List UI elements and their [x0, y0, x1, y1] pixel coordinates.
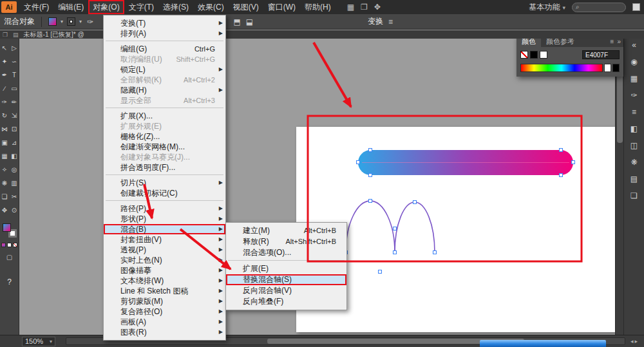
- menubar-item[interactable]: 帮助(H): [300, 0, 336, 14]
- column-graph-tool[interactable]: ▥: [10, 176, 19, 190]
- none-swatch[interactable]: [520, 51, 528, 59]
- direct-selection-tool[interactable]: ▷: [10, 41, 19, 55]
- menu-item[interactable]: 画板(A) ▶: [104, 317, 225, 327]
- menu-item[interactable]: 扩展外观(E) ▶: [104, 121, 225, 131]
- zoom-level-select[interactable]: 150% ▾: [22, 337, 55, 346]
- menu-item[interactable]: 剪切蒙版(M) ▶: [104, 296, 225, 306]
- fill-chevron-icon[interactable]: ▾: [61, 19, 63, 24]
- submenu-item[interactable]: 混合选项(O)... ▶: [226, 247, 346, 258]
- fill-swatch[interactable]: [3, 223, 11, 232]
- magic-wand-tool[interactable]: ✦: [0, 55, 10, 68]
- hex-value-input[interactable]: [582, 50, 620, 59]
- panel-menu-icon[interactable]: ≡: [611, 38, 614, 45]
- symbol-sprayer-tool[interactable]: ❋: [0, 176, 10, 190]
- brushes-panel-icon[interactable]: ✑: [626, 88, 643, 102]
- lasso-tool[interactable]: ∽: [10, 55, 19, 68]
- workspace-switcher[interactable]: 基本功能▾: [529, 2, 565, 13]
- eyedropper-tool[interactable]: ✧: [0, 163, 10, 176]
- white-end-swatch[interactable]: [604, 64, 611, 72]
- selection-tool[interactable]: ↖: [0, 41, 10, 55]
- rotate-tool[interactable]: ↻: [0, 109, 10, 122]
- blend-tool[interactable]: ◎: [10, 163, 19, 176]
- menu-item[interactable]: 路径(P) ▶: [104, 203, 225, 214]
- fill-color-swatch[interactable]: [48, 17, 57, 26]
- stroke-chevron-icon[interactable]: ▾: [79, 19, 82, 24]
- menubar-item[interactable]: 效果(C): [193, 0, 229, 14]
- menu-item[interactable]: Line 和 Sketch 图稿 ▶: [104, 286, 225, 296]
- gradient-panel-icon[interactable]: ◧: [626, 122, 643, 136]
- artboards-panel-icon[interactable]: ❏: [626, 189, 643, 203]
- symbols-panel-icon[interactable]: ❋: [626, 155, 643, 169]
- menu-item[interactable]: 形状(P) ▶: [104, 214, 225, 224]
- menu-item[interactable]: 取消编组(U) Shift+Ctrl+G ▶: [104, 54, 225, 64]
- menu-item[interactable]: 全部解锁(K) Alt+Ctrl+2 ▶: [104, 75, 225, 85]
- search-box[interactable]: ⌕: [572, 3, 626, 12]
- menubar-item[interactable]: 文件(F): [19, 0, 53, 14]
- document-title[interactable]: 未标题-1 [已恢复]* @: [24, 30, 84, 39]
- menu-item[interactable]: 透视(P) ▶: [104, 245, 225, 255]
- menubar-item[interactable]: 文字(T): [124, 0, 158, 14]
- menu-item[interactable]: 编组(G) Ctrl+G ▶: [104, 44, 225, 54]
- stroke-panel-icon[interactable]: ≡: [626, 105, 643, 119]
- gradient-button[interactable]: [7, 243, 12, 247]
- pen-tool[interactable]: ✒: [0, 68, 10, 82]
- stroke-color-swatch[interactable]: [67, 17, 75, 26]
- tab-list-icon[interactable]: ▤: [13, 32, 19, 38]
- menubar-item[interactable]: 视图(V): [229, 0, 263, 14]
- layout-grid-icon[interactable]: ▦: [347, 0, 354, 14]
- gradient-tool[interactable]: ◧: [10, 149, 19, 163]
- layers-panel-icon[interactable]: ▤: [626, 172, 643, 186]
- scale-tool[interactable]: ⇲: [10, 109, 19, 122]
- menu-item[interactable]: 混合(B) ▶: [104, 224, 225, 234]
- menu-item[interactable]: 创建渐变网格(M)... ▶: [104, 142, 225, 152]
- screen-mode-icon[interactable]: ✥: [374, 0, 381, 14]
- menubar-item[interactable]: 选择(S): [158, 0, 193, 14]
- transparency-panel-icon[interactable]: ◫: [626, 138, 643, 153]
- submenu-item[interactable]: 扩展(E) ▶: [226, 263, 346, 274]
- submenu-item[interactable]: 反向混合轴(V) ▶: [226, 285, 346, 296]
- fill-stroke-widget[interactable]: [3, 223, 17, 238]
- expand-panels-icon[interactable]: «: [626, 38, 643, 52]
- menu-item[interactable]: 隐藏(H) ▶: [104, 85, 225, 95]
- color-spectrum[interactable]: [520, 64, 603, 72]
- search-input[interactable]: [582, 3, 622, 12]
- menubar-item[interactable]: 窗口(W): [263, 0, 300, 14]
- menu-item[interactable]: 创建对象马赛克(J)... ▶: [104, 152, 225, 162]
- menu-item[interactable]: 扩展(X)... ▶: [104, 111, 225, 121]
- help-icon[interactable]: ?: [7, 277, 12, 286]
- mesh-tool[interactable]: ▦: [0, 149, 10, 163]
- menu-item[interactable]: 创建裁切标记(C) ▶: [104, 188, 225, 198]
- type-tool[interactable]: T: [10, 68, 19, 82]
- perspective-grid-tool[interactable]: ⊿: [10, 136, 19, 149]
- paintbrush-tool[interactable]: ✑: [0, 95, 10, 109]
- hand-tool[interactable]: ✥: [0, 203, 10, 217]
- swatches-panel-icon[interactable]: ▦: [626, 71, 643, 86]
- menu-item[interactable]: 切片(S) ▶: [104, 178, 225, 188]
- slice-tool[interactable]: ✂: [10, 190, 19, 203]
- free-transform-tool[interactable]: ⊡: [10, 122, 19, 136]
- menu-item[interactable]: 复合路径(O) ▶: [104, 306, 225, 317]
- collapse-panel-icon[interactable]: »: [617, 38, 621, 45]
- submenu-item[interactable]: 替换混合轴(S) ▶: [226, 274, 346, 285]
- white-swatch[interactable]: [540, 51, 547, 59]
- bring-forward-icon[interactable]: ⬒: [232, 17, 242, 26]
- menu-item[interactable]: 锁定(L) ▶: [104, 64, 225, 75]
- menu-item[interactable]: 图像描摹 ▶: [104, 265, 225, 276]
- width-tool[interactable]: ⋈: [0, 122, 10, 136]
- window-button[interactable]: [632, 3, 640, 11]
- menubar-item[interactable]: 对象(O): [88, 0, 124, 14]
- menu-item[interactable]: 文本绕排(W) ▶: [104, 276, 225, 286]
- arrange-documents-icon[interactable]: ❐: [361, 0, 368, 14]
- pencil-tool[interactable]: ✏: [10, 95, 19, 109]
- none-button[interactable]: [13, 243, 17, 247]
- black-end-swatch[interactable]: [612, 64, 620, 72]
- menu-item[interactable]: 封套扭曲(V) ▶: [104, 234, 225, 245]
- menu-item[interactable]: 排列(A) ▶: [104, 28, 225, 39]
- color-button[interactable]: [1, 243, 6, 247]
- rectangle-tool[interactable]: ▭: [10, 82, 19, 95]
- zoom-tool[interactable]: ⊙: [10, 203, 19, 217]
- menu-item[interactable]: 显示全部 Alt+Ctrl+3 ▶: [104, 95, 225, 106]
- menu-item[interactable]: 变换(T) ▶: [104, 18, 225, 28]
- transform-link[interactable]: 变换: [368, 16, 383, 27]
- menu-item[interactable]: 实时上色(N) ▶: [104, 255, 225, 265]
